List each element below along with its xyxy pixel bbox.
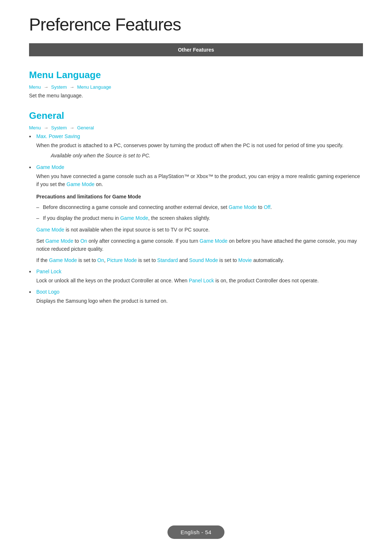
- max-power-desc: When the product is attached to a PC, co…: [36, 141, 363, 149]
- list-item-max-power: Max. Power Saving When the product is at…: [29, 133, 363, 160]
- page-title: Preference Features: [29, 15, 363, 35]
- panel-lock-desc: Lock or unlock all the keys on the produ…: [36, 277, 363, 285]
- general-breadcrumb: Menu → System → General: [29, 125, 363, 130]
- list-item-boot-logo: Boot Logo Displays the Samsung logo when…: [29, 289, 363, 305]
- other-features-banner: Other Features: [29, 43, 363, 56]
- general-heading: General: [29, 110, 363, 121]
- dash-item-2: If you display the product menu in Game …: [36, 214, 363, 222]
- general-section: General Menu → System → General Max. Pow…: [29, 110, 363, 305]
- menu-language-desc: Set the menu language.: [29, 93, 363, 98]
- game-mode-sub-heading: Precautions and limitations for Game Mod…: [36, 194, 363, 200]
- list-item-panel-lock: Panel Lock Lock or unlock all the keys o…: [29, 269, 363, 285]
- max-power-note: Available only when the Source is set to…: [51, 152, 363, 160]
- game-mode-desc: When you have connected a game console s…: [36, 172, 363, 189]
- game-mode-para-3: If the Game Mode is set to On, Picture M…: [36, 256, 363, 264]
- panel-lock-label: Panel Lock: [36, 269, 61, 274]
- boot-logo-label: Boot Logo: [36, 289, 60, 295]
- game-mode-para-1: Game Mode is not available when the inpu…: [36, 226, 363, 234]
- dash-item-1: Before disconnecting a game console and …: [36, 203, 363, 211]
- boot-logo-desc: Displays the Samsung logo when the produ…: [36, 297, 363, 305]
- general-bullet-list: Max. Power Saving When the product is at…: [29, 133, 363, 305]
- menu-language-breadcrumb: Menu → System → Menu Language: [29, 84, 363, 90]
- menu-language-heading: Menu Language: [29, 69, 363, 81]
- game-mode-para-2: Set Game Mode to On only after connectin…: [36, 237, 363, 253]
- footer-page-badge: English - 54: [167, 525, 224, 539]
- menu-language-section: Menu Language Menu → System → Menu Langu…: [29, 69, 363, 98]
- list-item-game-mode: Game Mode When you have connected a game…: [29, 164, 363, 264]
- max-power-label: Max. Power Saving: [36, 133, 80, 139]
- game-mode-label: Game Mode: [36, 164, 64, 170]
- game-mode-dash-list: Before disconnecting a game console and …: [36, 203, 363, 222]
